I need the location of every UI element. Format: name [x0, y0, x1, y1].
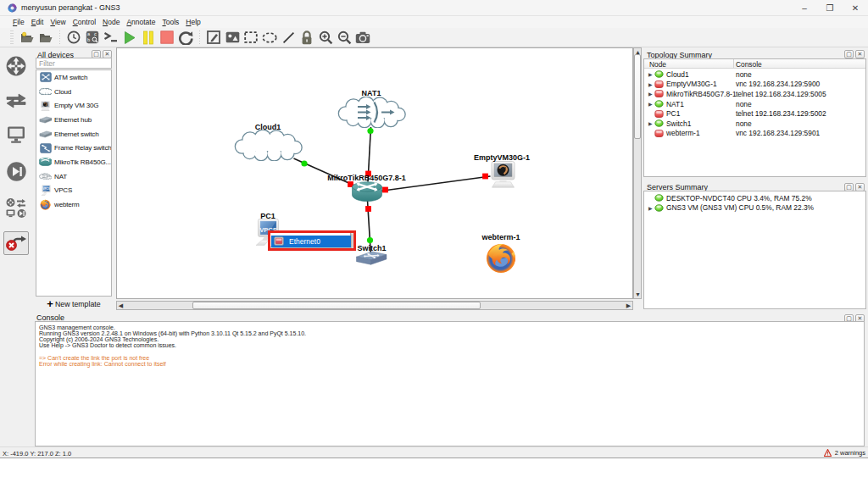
open-project-button[interactable]: [18, 29, 36, 46]
screenshot-button[interactable]: [353, 29, 372, 46]
device-template-cloud[interactable]: Cloud: [36, 85, 111, 99]
minimize-button[interactable]: –: [792, 0, 817, 16]
menu-edit[interactable]: Edit: [28, 16, 47, 26]
window-title: menyusun perangkat - GNS3: [21, 3, 120, 12]
topology-canvas[interactable]: Cloud1NAT1MikroTikRB450G7.8-1EmptyVM30G-…: [116, 47, 633, 299]
warning-icon: [824, 449, 832, 457]
expand-arrow-icon[interactable]: ▶: [648, 81, 654, 87]
insert-picture-button[interactable]: [223, 29, 242, 46]
column-header-console[interactable]: Console: [736, 60, 762, 69]
expand-arrow-icon[interactable]: ▶: [648, 71, 654, 77]
server-info: GNS3 VM (GNS3 VM) CPU 0.5%, RAM 22.3%: [666, 203, 814, 212]
topology-row-mikrotikrb450g7-8-1[interactable]: ▶MikroTikRB450G7.8-1telnet 192.168.234.1…: [644, 89, 865, 99]
browse-all-devices-button[interactable]: [3, 198, 29, 222]
menu-file[interactable]: File: [9, 16, 28, 26]
status-green-icon: [654, 100, 664, 108]
topology-close-button[interactable]: ✕: [855, 50, 865, 58]
browse-routers-button[interactable]: [3, 56, 29, 80]
hscrollbar-handle[interactable]: [192, 302, 481, 309]
topology-row-pc1[interactable]: PC1telnet 192.168.234.129:5002: [644, 108, 865, 119]
node-cloud1[interactable]: [234, 130, 303, 161]
console-output[interactable]: GNS3 management console.Running GNS3 ver…: [35, 321, 865, 446]
topology-row-emptyvm30g-1[interactable]: ▶EmptyVM30G-1vnc 192.168.234.129:5900: [644, 80, 865, 90]
scroll-right-arrow[interactable]: ▶: [625, 302, 632, 309]
topology-row-webterm-1[interactable]: webterm-1vnc 192.168.234.129:5901: [644, 129, 865, 139]
status-green-icon: [654, 204, 664, 212]
statusbar: X: -419.0 Y: 217.0 Z: 1.0 2 warnings: [0, 446, 868, 458]
vscrollbar-handle[interactable]: [634, 54, 641, 139]
node-mikrotikrb450g7-8-1[interactable]: [352, 181, 382, 202]
add-link-button[interactable]: [3, 231, 29, 255]
column-splitter[interactable]: [733, 59, 734, 69]
reload-all-nodes-button[interactable]: [176, 29, 195, 46]
maximize-button[interactable]: ❐: [817, 0, 843, 16]
device-template-empty-vm-30g[interactable]: Empty VM 30G: [36, 98, 111, 113]
red-annotation-rectangle: [268, 230, 356, 252]
topology-row-switch1[interactable]: ▶Switch1none: [644, 119, 865, 129]
column-header-node[interactable]: Node: [649, 60, 666, 69]
add-note-button[interactable]: [204, 29, 223, 46]
node-emptyvm30g-1[interactable]: [488, 161, 518, 188]
draw-line-button[interactable]: [279, 29, 298, 46]
scroll-down-arrow[interactable]: ▼: [634, 291, 642, 298]
zoom-in-button[interactable]: [316, 29, 335, 46]
toolbar-separator: [199, 30, 200, 44]
topology-row-cloud1[interactable]: ▶Cloud1none: [644, 69, 865, 80]
browse-security-devices-button[interactable]: [3, 161, 29, 185]
device-template-mikrotik-rb450g[interactable]: MikroTik RB450G...: [36, 155, 111, 169]
start-all-nodes-button[interactable]: [120, 29, 139, 46]
warnings-indicator[interactable]: 2 warnings: [824, 449, 865, 457]
toolbar-group: [203, 29, 374, 46]
expand-arrow-icon[interactable]: ▶: [648, 205, 654, 211]
menu-annotate[interactable]: Annotate: [123, 16, 159, 26]
node-webterm-1[interactable]: [485, 242, 517, 274]
device-template-ethernet-switch[interactable]: Ethernet switch: [36, 127, 111, 141]
import-portable-project-button[interactable]: [36, 29, 55, 46]
lock-icon: [301, 30, 313, 45]
device-template-ethernet-hub[interactable]: Ethernet hub: [36, 113, 111, 127]
titlebar: menyusun perangkat - GNS3 – ❐ ✕: [0, 0, 868, 16]
device-template-atm-switch[interactable]: ATM switch: [36, 70, 111, 85]
draw-rectangle-button[interactable]: [242, 29, 260, 46]
device-template-frame-relay-switch[interactable]: Frame Relay switch: [36, 141, 111, 155]
canvas-vertical-scrollbar[interactable]: ▲ ▼: [633, 47, 642, 299]
device-template-vpcs[interactable]: VPCS: [36, 184, 111, 198]
expand-arrow-icon[interactable]: ▶: [648, 91, 654, 97]
menu-tools[interactable]: Tools: [159, 16, 182, 26]
node-nat1[interactable]: [337, 97, 406, 128]
canvas-horizontal-scrollbar[interactable]: ◀ ▶: [116, 301, 633, 310]
console-to-all-nodes-button[interactable]: [102, 29, 120, 46]
draw-ellipse-button[interactable]: [260, 29, 279, 46]
topology-row-nat1[interactable]: ▶NAT1none: [644, 99, 865, 109]
folder-open-icon: [39, 31, 53, 44]
snapshot-button[interactable]: [64, 29, 83, 46]
browse-switches-button[interactable]: [3, 90, 29, 114]
menu-help[interactable]: Help: [182, 16, 203, 26]
lock-unlock-button[interactable]: [298, 29, 316, 46]
browse-end-devices-button[interactable]: [3, 125, 29, 148]
menu-view[interactable]: View: [47, 16, 69, 26]
new-template-button[interactable]: + New template: [36, 297, 112, 311]
menu-control[interactable]: Control: [70, 16, 99, 26]
expand-arrow-icon[interactable]: ▶: [648, 101, 654, 107]
suspend-all-nodes-button[interactable]: [139, 29, 158, 46]
node-label-switch1: Switch1: [357, 244, 386, 252]
node-switch1[interactable]: [354, 251, 387, 265]
all-devices-icon: [5, 197, 27, 223]
labels-icon: acb: [86, 30, 99, 44]
device-filter-input[interactable]: Filter: [36, 58, 112, 69]
server-row-0[interactable]: DESKTOP-NVDCT40 CPU 3.4%, RAM 75.2%: [644, 193, 865, 203]
device-template-nat[interactable]: NAT: [36, 169, 111, 184]
menu-node[interactable]: Node: [99, 16, 123, 26]
device-type-toolbar: [0, 47, 32, 446]
expand-arrow-icon[interactable]: ▶: [648, 120, 654, 126]
zoom-out-button[interactable]: [335, 29, 353, 46]
server-row-1[interactable]: ▶GNS3 VM (GNS3 VM) CPU 0.5%, RAM 22.3%: [644, 203, 865, 214]
show-interface-labels-button[interactable]: acb: [83, 29, 102, 46]
scroll-left-arrow[interactable]: ◀: [117, 302, 125, 309]
device-template-webterm[interactable]: webterm: [36, 197, 111, 212]
port-status-marker-red: [382, 187, 388, 193]
close-button[interactable]: ✕: [843, 0, 868, 16]
topology-float-button[interactable]: ▢: [844, 50, 854, 58]
stop-all-nodes-button[interactable]: [158, 29, 176, 46]
